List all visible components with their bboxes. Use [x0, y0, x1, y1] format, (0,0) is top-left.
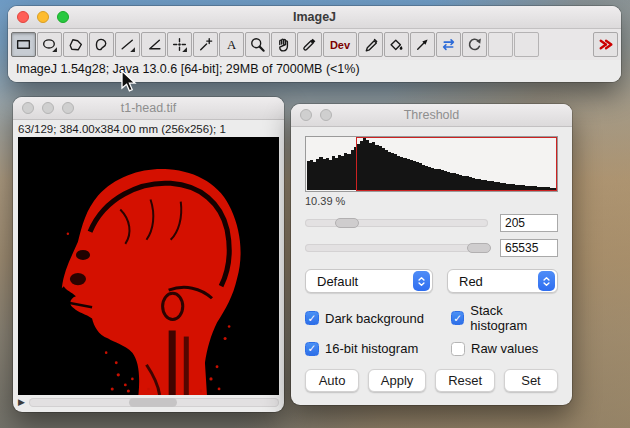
- checkbox-label: Dark background: [325, 311, 424, 326]
- tool-pencil[interactable]: [358, 32, 383, 57]
- checkbox-box-stack-histogram[interactable]: ✓: [451, 311, 464, 325]
- tool-zoom[interactable]: [245, 32, 270, 57]
- zoom-icon: [249, 36, 266, 53]
- checkbox-grid: ✓Dark background✓Stack histogram✓16-bit …: [305, 303, 558, 356]
- status-bar: ImageJ 1.54g28; Java 13.0.6 [64-bit]; 29…: [8, 60, 621, 82]
- pencil-icon: [362, 36, 379, 53]
- close-button[interactable]: [22, 102, 34, 114]
- tool-arrow[interactable]: [410, 32, 435, 57]
- auto-button[interactable]: Auto: [305, 369, 359, 392]
- window-controls: [22, 97, 74, 119]
- checkbox-stack-histogram[interactable]: ✓Stack histogram: [451, 303, 558, 333]
- threshold-window: Threshold 10.39 % 205 65535 Default: [291, 104, 572, 405]
- tool-rotate[interactable]: [462, 32, 487, 57]
- threshold-titlebar[interactable]: Threshold: [291, 104, 572, 127]
- method-select-value: Default: [317, 274, 358, 289]
- lower-threshold-value[interactable]: 205: [500, 214, 558, 232]
- threshold-percent: 10.39 %: [305, 195, 558, 207]
- tool-point[interactable]: [167, 32, 192, 57]
- display-select[interactable]: Red: [447, 269, 558, 293]
- tool-line[interactable]: [115, 32, 140, 57]
- image-window-titlebar[interactable]: t1-head.tif: [13, 97, 284, 120]
- window-title: ImageJ: [293, 10, 336, 24]
- imagej-titlebar[interactable]: ImageJ: [8, 6, 621, 29]
- window-title: t1-head.tif: [121, 101, 177, 115]
- close-button[interactable]: [300, 109, 312, 121]
- tool-freehand[interactable]: [89, 32, 114, 57]
- thresholded-head-image: [18, 137, 279, 395]
- threshold-histogram: [305, 136, 558, 192]
- minimize-button[interactable]: [37, 11, 49, 23]
- window-controls: [300, 104, 332, 126]
- tool-switch[interactable]: [436, 32, 461, 57]
- imagej-main-window: ImageJ ADev ImageJ 1.54g28; Java 13.0.6 …: [8, 6, 621, 82]
- tool-angle[interactable]: [141, 32, 166, 57]
- image-info-line: 63/129; 384.00x384.00 mm (256x256); 1: [13, 120, 284, 137]
- tool-blank-1-slot: [488, 32, 513, 57]
- point-icon: [171, 36, 188, 53]
- tool-oval[interactable]: [37, 32, 62, 57]
- dropper-icon: [301, 36, 318, 53]
- tool-dev-menu[interactable]: Dev: [323, 32, 357, 57]
- zoom-button[interactable]: [57, 11, 69, 23]
- toolbar: ADev: [8, 29, 621, 60]
- lower-threshold-slider[interactable]: [305, 219, 488, 227]
- checkbox-label: Raw values: [471, 341, 538, 356]
- checkbox-box-16-bit-histogram[interactable]: ✓: [305, 342, 319, 356]
- upper-threshold-thumb[interactable]: [467, 243, 491, 253]
- checkbox-raw-values[interactable]: Raw values: [451, 341, 558, 356]
- set-button[interactable]: Set: [504, 369, 558, 392]
- checkbox-box-dark-background[interactable]: ✓: [305, 311, 319, 325]
- upper-threshold-slider[interactable]: [305, 244, 488, 252]
- minimize-button[interactable]: [320, 109, 332, 121]
- rectangle-icon: [15, 36, 32, 53]
- zoom-button[interactable]: [62, 102, 74, 114]
- upper-threshold-value[interactable]: 65535: [500, 239, 558, 257]
- switch-icon: [440, 36, 457, 53]
- checkbox-16-bit-histogram[interactable]: ✓16-bit histogram: [305, 341, 451, 356]
- tool-wand[interactable]: [193, 32, 218, 57]
- checkbox-label: Stack histogram: [470, 303, 558, 333]
- text-icon: A: [223, 36, 240, 53]
- polygon-icon: [67, 36, 84, 53]
- checkbox-dark-background[interactable]: ✓Dark background: [305, 303, 451, 333]
- apply-button[interactable]: Apply: [368, 369, 427, 392]
- close-button[interactable]: [17, 11, 29, 23]
- rotate-icon: [466, 36, 483, 53]
- flood-fill-icon: [388, 36, 405, 53]
- freehand-icon: [93, 36, 110, 53]
- hand-icon: [275, 36, 292, 53]
- lower-threshold-thumb[interactable]: [335, 218, 359, 228]
- tool-blank-2-slot: [514, 32, 539, 57]
- chevron-updown-icon: [413, 271, 430, 291]
- minimize-button[interactable]: [42, 102, 54, 114]
- tool-polygon[interactable]: [63, 32, 88, 57]
- stack-slider[interactable]: [29, 398, 279, 407]
- reset-button[interactable]: Reset: [435, 369, 495, 392]
- window-controls: [17, 6, 69, 28]
- tool-dropper[interactable]: [297, 32, 322, 57]
- tool-flood-fill[interactable]: [384, 32, 409, 57]
- wand-icon: [197, 36, 214, 53]
- oval-icon: [41, 36, 58, 53]
- svg-text:A: A: [227, 38, 237, 52]
- tool-rectangle[interactable]: [11, 32, 36, 57]
- threshold-buttons-row: AutoApplyResetSet: [305, 369, 558, 392]
- line-icon: [119, 36, 136, 53]
- checkbox-box-raw-values[interactable]: [451, 342, 465, 356]
- mouse-cursor: [120, 70, 137, 94]
- tool-more[interactable]: [593, 32, 618, 57]
- play-icon[interactable]: ▶: [18, 398, 25, 407]
- tool-hand[interactable]: [271, 32, 296, 57]
- dev-tool-label: Dev: [330, 39, 350, 51]
- image-window: t1-head.tif 63/129; 384.00x384.00 mm (25…: [13, 97, 284, 412]
- display-select-value: Red: [459, 274, 483, 289]
- mri-image-canvas[interactable]: [18, 137, 279, 395]
- angle-icon: [145, 36, 162, 53]
- method-select[interactable]: Default: [305, 269, 433, 293]
- lower-threshold-row: 205: [305, 214, 558, 232]
- blank-1-icon: [492, 36, 509, 53]
- tool-text[interactable]: A: [219, 32, 244, 57]
- stack-slider-thumb[interactable]: [129, 398, 177, 407]
- window-title: Threshold: [404, 108, 460, 122]
